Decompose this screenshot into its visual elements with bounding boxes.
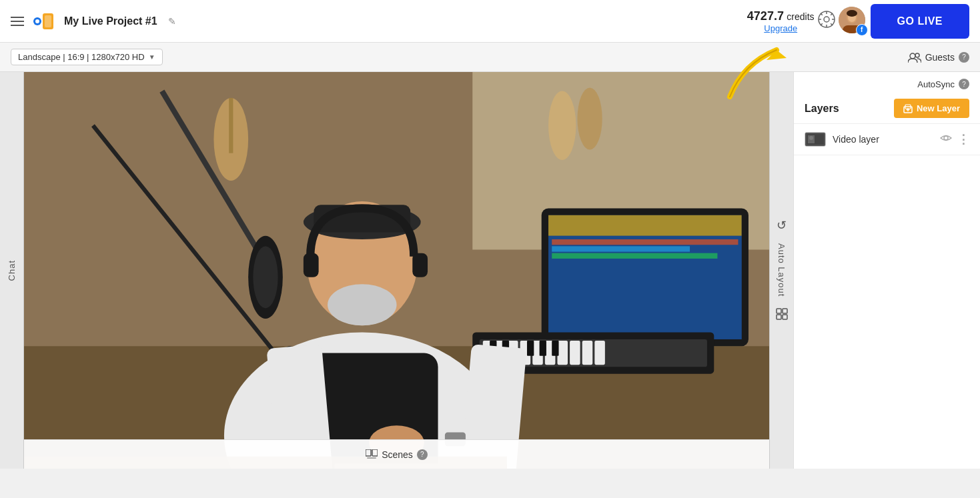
new-layer-label: New Layer [917,103,960,113]
svg-rect-51 [540,341,546,356]
svg-rect-47 [594,341,605,365]
autosync-label: AutoSync [917,79,955,89]
more-options-icon[interactable]: ⋮ [957,132,969,147]
svg-rect-76 [783,309,787,313]
svg-point-55 [253,246,278,308]
auto-layout-grid-icon [776,308,788,323]
right-panel: AutoSync ? Layers New Layer [793,72,980,469]
new-layer-button[interactable]: New Layer [894,99,969,118]
go-live-button[interactable]: GO LIVE [871,4,969,39]
autosync-bar: AutoSync ? [794,72,980,93]
credits-group: 4727.7 credits Upgrade [747,4,969,39]
header: My Live Project #1 ✎ 4727.7 credits Upgr… [0,0,980,43]
svg-rect-78 [783,315,787,319]
guests-help-icon[interactable]: ? [959,52,969,63]
scenes-label: Scenes [382,449,413,460]
aspect-ratio-select[interactable]: Landscape | 16:9 | 1280x720 HD ▼ [11,49,163,65]
svg-rect-64 [412,253,428,277]
guests-label: Guests [925,52,955,63]
svg-point-1 [35,19,39,23]
svg-rect-77 [777,315,781,319]
layers-header: Layers New Layer [794,93,980,124]
scenes-icon [366,449,378,460]
guests-button[interactable]: Guests ? [908,52,969,63]
svg-line-10 [820,13,822,15]
chevron-down-icon: ▼ [149,53,155,61]
svg-point-86 [809,136,813,140]
scenes-bar[interactable]: Scenes ? [24,439,769,469]
menu-icon[interactable] [11,17,24,26]
logo-icon [32,9,56,33]
svg-line-12 [831,13,833,15]
project-title: My Live Project #1 [64,15,157,27]
studio-image [24,72,769,469]
svg-rect-46 [582,341,593,365]
auto-layout-sync-icon: ↺ [777,218,787,233]
auto-layout-label: Auto Layout [777,243,787,297]
credits-label: credits [787,11,814,22]
layers-title: Layers [805,103,839,115]
new-layer-icon [903,104,913,113]
facebook-badge: f [856,24,868,36]
edit-icon[interactable]: ✎ [168,16,176,27]
svg-rect-33 [552,246,690,251]
svg-line-11 [831,23,833,25]
credits-amount: 4727.7 [747,9,784,23]
studio-background [24,72,769,469]
svg-point-18 [847,10,857,17]
avatar[interactable]: f [839,7,868,36]
chat-label: Chat [7,260,17,281]
svg-point-20 [915,53,919,57]
auto-layout-sidebar[interactable]: ↺ Auto Layout [769,72,793,469]
layer-name: Video layer [833,134,933,145]
svg-rect-45 [570,341,580,365]
svg-rect-74 [367,457,376,459]
svg-line-13 [820,23,822,25]
scenes-help-icon[interactable]: ? [417,449,428,460]
svg-point-26 [548,91,576,160]
settings-icon[interactable] [817,10,836,33]
svg-rect-72 [366,449,371,456]
autosync-help-icon[interactable]: ? [959,79,969,89]
aspect-ratio-value: Landscape | 16:9 | 1280x720 HD [18,52,145,62]
header-left: My Live Project #1 ✎ [11,9,176,33]
svg-rect-75 [777,309,781,313]
svg-rect-3 [45,15,51,27]
upgrade-link[interactable]: Upgrade [747,23,815,33]
layer-item: Video layer ⋮ [794,124,980,155]
layer-actions: ⋮ [940,132,969,147]
svg-rect-52 [552,341,558,356]
svg-rect-63 [304,253,319,277]
eye-icon[interactable] [940,133,952,145]
sub-header: Landscape | 16:9 | 1280x720 HD ▼ Guests … [0,43,980,72]
layer-thumbnail [805,132,826,147]
chat-sidebar[interactable]: Chat [0,72,24,469]
svg-point-19 [910,53,915,59]
canvas-area: Scenes ? [24,72,769,469]
svg-rect-44 [557,341,568,365]
guests-icon [908,52,921,63]
main-layout: Chat [0,72,980,469]
svg-point-62 [328,284,396,325]
svg-rect-32 [552,239,738,245]
svg-rect-25 [229,98,233,153]
svg-rect-73 [372,449,378,456]
credits-section: 4727.7 credits Upgrade [747,9,815,33]
svg-point-5 [824,17,829,22]
svg-point-87 [944,136,948,140]
svg-point-27 [577,87,602,149]
svg-rect-50 [527,341,534,356]
svg-rect-30 [548,215,742,236]
svg-rect-34 [552,253,717,259]
